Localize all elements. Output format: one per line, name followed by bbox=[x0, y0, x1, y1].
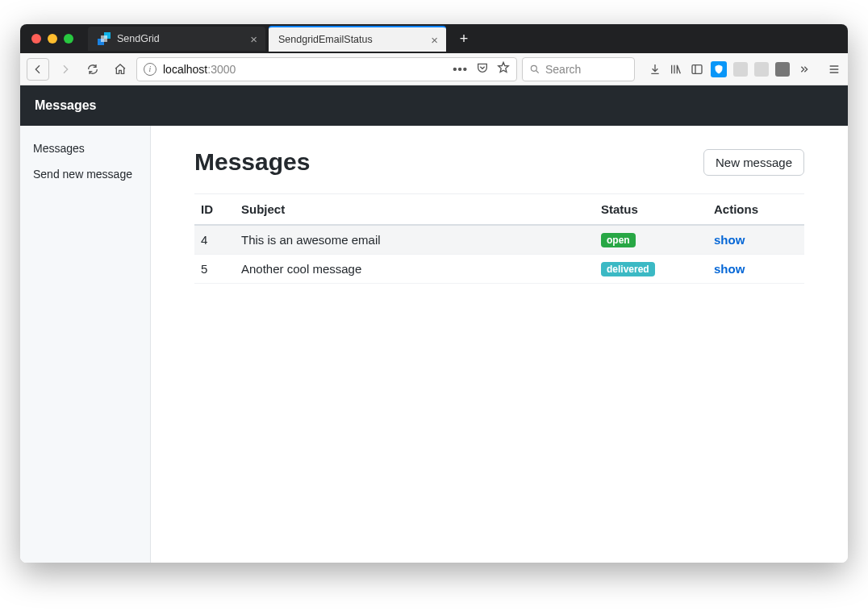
home-button[interactable] bbox=[109, 58, 131, 81]
extension-icon-3[interactable] bbox=[775, 62, 790, 77]
browser-window: SendGrid × SendgridEmailStatus × + i loc… bbox=[20, 24, 848, 563]
forward-button[interactable] bbox=[54, 58, 77, 81]
tab-label: SendGrid bbox=[117, 33, 244, 44]
cell-subject: This is an awesome email bbox=[235, 225, 595, 255]
table-header-row: ID Subject Status Actions bbox=[194, 194, 804, 226]
cell-id: 5 bbox=[194, 255, 235, 284]
cell-actions: show bbox=[707, 255, 804, 284]
new-tab-button[interactable]: + bbox=[453, 27, 475, 50]
main-content: Messages New message ID Subject Status A… bbox=[151, 126, 848, 563]
shield-icon[interactable] bbox=[711, 61, 727, 77]
extension-icon-1[interactable] bbox=[733, 62, 748, 77]
close-tab-icon[interactable]: × bbox=[250, 32, 257, 46]
site-info-icon[interactable]: i bbox=[144, 63, 156, 76]
messages-table: ID Subject Status Actions 4 This is an a… bbox=[194, 193, 804, 284]
cell-subject: Another cool message bbox=[235, 255, 595, 284]
svg-rect-4 bbox=[692, 64, 702, 73]
cell-status: open bbox=[595, 225, 707, 255]
page-title: Messages bbox=[194, 148, 310, 176]
svg-point-3 bbox=[531, 65, 536, 71]
maximize-window-button[interactable] bbox=[64, 34, 73, 44]
cell-status: delivered bbox=[595, 255, 707, 284]
tab-bar: SendGrid × SendgridEmailStatus × + bbox=[20, 24, 848, 53]
sidebar-item-send-new-message[interactable]: Send new message bbox=[20, 161, 150, 187]
tab-sendgrid-email-status[interactable]: SendgridEmailStatus × bbox=[269, 26, 446, 52]
new-message-button[interactable]: New message bbox=[703, 149, 804, 176]
menu-icon[interactable] bbox=[827, 62, 841, 77]
back-button[interactable] bbox=[27, 58, 49, 81]
downloads-icon[interactable] bbox=[648, 62, 662, 77]
extension-icon-2[interactable] bbox=[754, 62, 769, 77]
pocket-icon[interactable] bbox=[476, 61, 489, 77]
search-placeholder: Search bbox=[545, 63, 581, 76]
bookmark-star-icon[interactable] bbox=[497, 61, 510, 77]
main-header: Messages New message bbox=[194, 148, 804, 176]
url-right-icons: ••• bbox=[453, 61, 510, 77]
column-subject: Subject bbox=[235, 194, 595, 226]
address-bar[interactable]: i localhost:3000 ••• bbox=[136, 57, 517, 81]
sidebar-item-messages[interactable]: Messages bbox=[20, 135, 150, 161]
page-actions-icon[interactable]: ••• bbox=[453, 62, 468, 76]
sendgrid-favicon-icon bbox=[98, 32, 111, 45]
library-icon[interactable] bbox=[669, 62, 683, 77]
app-root: Messages Messages Send new message Messa… bbox=[20, 85, 848, 563]
status-badge: delivered bbox=[601, 262, 655, 276]
reload-button[interactable] bbox=[81, 58, 104, 81]
search-box[interactable]: Search bbox=[522, 57, 635, 81]
navigation-bar: i localhost:3000 ••• Search bbox=[20, 53, 848, 85]
sidebar-toggle-icon[interactable] bbox=[690, 62, 704, 77]
svg-rect-2 bbox=[101, 35, 107, 42]
window-controls bbox=[31, 34, 73, 44]
sidebar: Messages Send new message bbox=[20, 126, 151, 563]
tab-sendgrid[interactable]: SendGrid × bbox=[88, 27, 265, 51]
column-status: Status bbox=[595, 194, 707, 226]
cell-actions: show bbox=[707, 225, 804, 255]
toolbar-right bbox=[648, 61, 841, 77]
table-row: 4 This is an awesome email open show bbox=[194, 225, 804, 255]
close-tab-icon[interactable]: × bbox=[431, 33, 438, 47]
tab-label: SendgridEmailStatus bbox=[278, 34, 424, 45]
app-header: Messages bbox=[20, 85, 848, 126]
overflow-icon[interactable] bbox=[796, 62, 811, 77]
minimize-window-button[interactable] bbox=[48, 34, 57, 44]
show-link[interactable]: show bbox=[714, 233, 745, 247]
close-window-button[interactable] bbox=[31, 34, 41, 44]
app-header-title: Messages bbox=[35, 98, 97, 113]
app-body: Messages Send new message Messages New m… bbox=[20, 126, 848, 563]
column-id: ID bbox=[194, 194, 235, 226]
show-link[interactable]: show bbox=[714, 262, 745, 276]
table-row: 5 Another cool message delivered show bbox=[194, 255, 804, 284]
column-actions: Actions bbox=[707, 194, 804, 226]
cell-id: 4 bbox=[194, 225, 235, 255]
status-badge: open bbox=[601, 233, 636, 247]
url-text: localhost:3000 bbox=[163, 63, 446, 76]
